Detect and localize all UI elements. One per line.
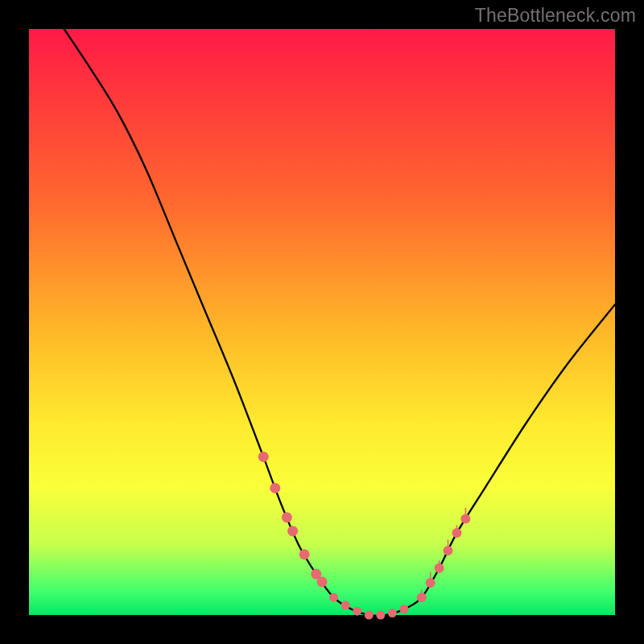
marker-dot [426, 578, 436, 588]
marker-dot [417, 592, 427, 602]
marker-dot [270, 483, 280, 493]
marker-dot [299, 549, 310, 559]
marker-dot [444, 546, 453, 555]
marker-dot [341, 601, 350, 609]
marker-dot [353, 607, 361, 616]
marker-dot [388, 609, 397, 617]
marker-dot [460, 514, 470, 524]
data-markers [258, 452, 471, 620]
marker-dot [317, 576, 328, 587]
chart-stage: TheBottleneck.com [0, 0, 644, 644]
marker-dot [287, 526, 298, 536]
marker-dot [452, 528, 461, 538]
marker-dot [329, 593, 338, 602]
curve-svg [29, 29, 615, 615]
marker-dot [282, 512, 292, 522]
watermark-text: TheBottleneck.com [475, 5, 636, 27]
plot-area [29, 29, 615, 615]
marker-dot [435, 564, 444, 573]
bottleneck-curve [64, 29, 615, 616]
marker-dot [258, 452, 269, 462]
marker-dot [365, 611, 374, 620]
marker-dot [399, 605, 408, 613]
marker-dot [376, 611, 385, 620]
